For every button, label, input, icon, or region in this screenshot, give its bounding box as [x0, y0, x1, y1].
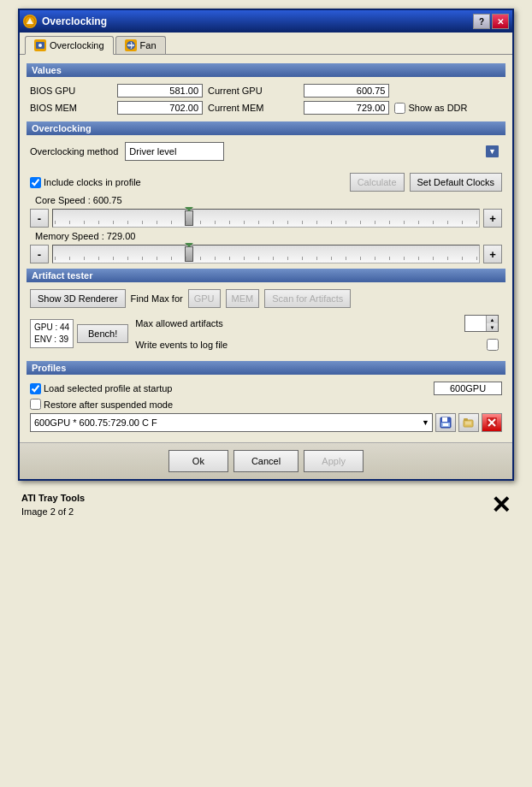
write-events-checkbox[interactable] — [487, 339, 499, 351]
env-val: ENV : 39 — [34, 334, 69, 346]
footer-close-button[interactable]: ✕ — [491, 491, 511, 519]
core-minus-button[interactable]: - — [30, 209, 49, 228]
restore-label[interactable]: Restore after suspended mode — [30, 399, 173, 410]
overclocking-method-row: Overclocking method Driver level Direct … — [27, 139, 505, 164]
image-label: Image 2 of 2 — [21, 506, 85, 518]
method-select-wrapper[interactable]: Driver level Direct register access BIOS… — [125, 142, 502, 161]
show-as-ddr-label[interactable]: Show as DDR — [394, 103, 502, 114]
bios-mem-value: 702.00 — [117, 101, 204, 115]
app-name: ATI Tray Tools — [21, 492, 85, 505]
apply-button[interactable]: Apply — [304, 450, 364, 472]
overclocking-tab-icon — [34, 39, 46, 51]
profile-delete-button[interactable] — [482, 413, 502, 432]
memory-speed-row: Memory Speed : 729.00 — [27, 229, 505, 243]
svg-point-3 — [38, 44, 42, 47]
titlebar: Overclocking ? ✕ — [20, 10, 512, 33]
values-grid: BIOS GPU 581.00 Current GPU 600.75 BIOS … — [27, 80, 505, 118]
profile-name-display: 600GPU — [434, 382, 502, 395]
core-plus-button[interactable]: + — [483, 209, 502, 228]
restore-checkbox[interactable] — [30, 399, 41, 410]
profiles-restore-row: Restore after suspended mode — [27, 397, 505, 411]
cancel-button[interactable]: Cancel — [233, 450, 299, 472]
svg-rect-11 — [465, 422, 471, 423]
svg-rect-10 — [464, 418, 468, 421]
show-3d-renderer-button[interactable]: Show 3D Renderer — [30, 289, 126, 308]
main-window: Overclocking ? ✕ Overclocking — [18, 9, 514, 481]
profile-select[interactable]: 600GPU * 600.75:729.00 C F — [30, 413, 433, 432]
svg-rect-8 — [443, 423, 448, 426]
max-artifacts-row: Max allowed artifacts 0 ▲ ▼ — [132, 313, 502, 334]
mem-slider-track[interactable] — [52, 245, 480, 263]
tab-overclocking-label: Overclocking — [50, 40, 104, 50]
set-default-clocks-button[interactable]: Set Default Clocks — [410, 173, 502, 192]
core-slider-track[interactable] — [52, 209, 480, 228]
profiles-section-header: Profiles — [27, 361, 505, 375]
find-max-mem-button[interactable]: MEM — [226, 289, 260, 308]
content-area: Values BIOS GPU 581.00 Current GPU 600.7… — [20, 55, 512, 442]
profile-save-button[interactable] — [435, 413, 456, 432]
bench-button[interactable]: Bench! — [77, 324, 128, 343]
fan-tab-icon — [125, 39, 137, 51]
gpu-val: GPU : 44 — [34, 322, 69, 334]
close-button[interactable]: ✕ — [492, 14, 509, 29]
write-events-label: Write events to log file — [135, 340, 228, 350]
profiles-load-row: Load selected profile at startup 600GPU — [27, 378, 505, 397]
spinner-up[interactable]: ▲ — [487, 316, 498, 323]
app-icon — [23, 15, 37, 28]
svg-rect-12 — [465, 423, 471, 424]
titlebar-buttons: ? ✕ — [473, 14, 509, 29]
memory-speed-label: Memory Speed : 729.00 — [35, 231, 135, 241]
tab-fan[interactable]: Fan — [115, 36, 166, 54]
current-mem-label: Current MEM — [208, 103, 299, 113]
profile-dropdown-row: 600GPU * 600.75:729.00 C F — [27, 411, 505, 437]
mem-slider-row: - + — [27, 243, 505, 265]
footer: ATI Tray Tools Image 2 of 2 ✕ — [18, 491, 514, 519]
ok-button[interactable]: Ok — [168, 450, 228, 472]
overclocking-section-header: Overclocking — [27, 121, 505, 135]
artifact-section-header: Artifact tester — [27, 269, 505, 282]
artifact-row1: Show 3D Renderer Find Max for GPU MEM Sc… — [27, 286, 505, 311]
include-clocks-checkbox[interactable] — [30, 177, 41, 188]
tab-fan-label: Fan — [140, 40, 157, 50]
max-artifacts-label: Max allowed artifacts — [135, 318, 223, 328]
bios-gpu-value: 581.00 — [117, 84, 204, 98]
bottom-bar: Ok Cancel Apply — [20, 442, 512, 479]
method-select[interactable]: Driver level Direct register access BIOS… — [125, 142, 224, 161]
tab-overclocking[interactable]: Overclocking — [25, 36, 114, 55]
bios-mem-label: BIOS MEM — [30, 103, 112, 113]
current-gpu-value: 600.75 — [304, 84, 390, 98]
profile-select-wrapper[interactable]: 600GPU * 600.75:729.00 C F — [30, 413, 433, 432]
spinner-arrows: ▲ ▼ — [486, 316, 498, 331]
tab-bar: Overclocking Fan — [20, 33, 512, 55]
calculate-button[interactable]: Calculate — [350, 173, 405, 192]
load-profile-label[interactable]: Load selected profile at startup — [30, 383, 172, 394]
values-section-header: Values — [27, 63, 505, 77]
current-gpu-label: Current GPU — [208, 86, 299, 96]
mem-minus-button[interactable]: - — [30, 245, 49, 263]
find-max-label: Find Max for — [131, 293, 183, 304]
bios-gpu-label: BIOS GPU — [30, 86, 112, 96]
load-profile-checkbox[interactable] — [30, 383, 41, 394]
svg-rect-6 — [442, 417, 447, 422]
method-label: Overclocking method — [30, 146, 118, 157]
profile-open-button[interactable] — [458, 413, 479, 432]
show-as-ddr-checkbox[interactable] — [394, 103, 405, 114]
current-mem-value: 729.00 — [304, 101, 390, 115]
mem-slider-dots — [53, 257, 479, 260]
window-title: Overclocking — [42, 15, 107, 27]
spinner-down[interactable]: ▼ — [487, 323, 498, 331]
help-button[interactable]: ? — [473, 14, 490, 29]
artifact-row2: GPU : 44 ENV : 39 Bench! Max allowed art… — [27, 311, 505, 358]
include-clocks-label[interactable]: Include clocks in profile — [30, 177, 141, 188]
core-speed-row: Core Speed : 600.75 — [27, 193, 505, 207]
max-artifacts-spinner[interactable]: 0 ▲ ▼ — [464, 315, 499, 332]
core-slider-row: - + — [27, 207, 505, 229]
scan-for-artifacts-button[interactable]: Scan for Artifacts — [264, 289, 351, 308]
gpu-env-display: GPU : 44 ENV : 39 — [30, 319, 74, 348]
write-events-row: Write events to log file — [132, 337, 502, 354]
core-speed-label: Core Speed : 600.75 — [35, 195, 122, 205]
find-max-gpu-button[interactable]: GPU — [188, 289, 221, 308]
titlebar-left: Overclocking — [23, 15, 107, 28]
mem-plus-button[interactable]: + — [483, 245, 502, 263]
include-clocks-row: Include clocks in profile Calculate Set … — [27, 168, 505, 193]
